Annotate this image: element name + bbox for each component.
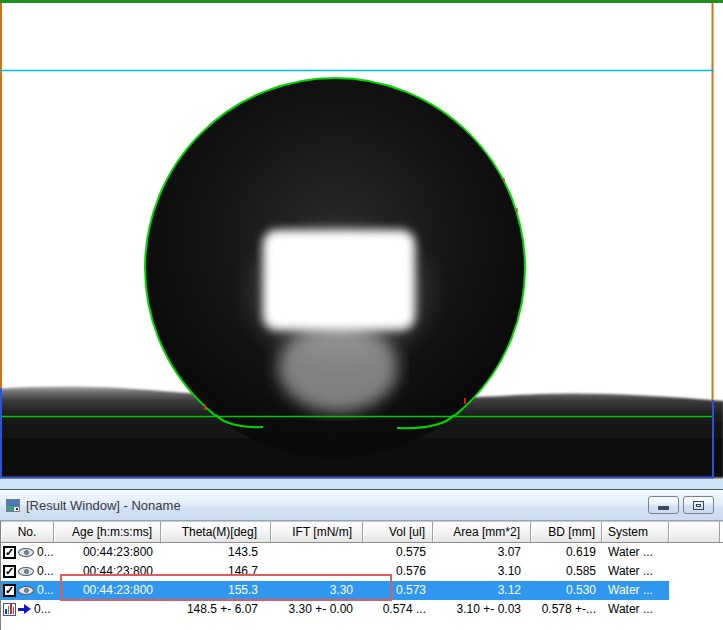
table-row-selected[interactable]: ✓ 0... 00:44:23:800 155.3 3.30 0.573 3.1…	[1, 581, 669, 600]
bd-cell: 0.578 +-...	[531, 600, 602, 619]
window-frame-gap	[0, 479, 723, 490]
drop-image-view	[0, 0, 723, 479]
window-title: [Result Window] - Noname	[26, 498, 181, 513]
age-cell: 00:44:23:800	[54, 543, 161, 562]
vol-cell: 0.574 ...	[363, 600, 433, 619]
drop-image	[0, 0, 723, 479]
table-header-row: No. Age [h:m:s:ms] Theta(M)[deg] IFT [mN…	[1, 521, 723, 543]
table-row[interactable]: ✓ 0... 00:44:23:800 143.5 0.575 3.07 0.6…	[1, 543, 669, 562]
result-window-titlebar: [Result Window] - Noname	[0, 490, 723, 521]
theta-cell: 148.5 +- 6.07	[161, 600, 271, 619]
area-cell: 3.12	[433, 581, 531, 600]
vol-cell: 0.575	[363, 543, 433, 562]
red-speck	[516, 208, 518, 212]
system-cell: Water ...	[602, 600, 669, 619]
vol-cell: 0.573	[363, 581, 433, 600]
ift-cell: 3.30 +- 0.00	[271, 600, 363, 619]
bd-cell: 0.585	[531, 562, 602, 581]
header-filler	[669, 522, 720, 542]
window-controls	[648, 490, 714, 520]
age-cell: 00:44:23:800	[54, 562, 161, 581]
ift-cell	[271, 543, 363, 562]
header-system[interactable]: System	[602, 522, 669, 542]
header-vol[interactable]: Vol [ul]	[363, 522, 433, 542]
row-no-cell: 0...	[1, 600, 54, 619]
row-no-cell: ✓ 0...	[1, 543, 54, 562]
checkbox-checked[interactable]: ✓	[3, 584, 16, 597]
bd-cell: 0.619	[531, 543, 602, 562]
theta-cell: 155.3	[161, 581, 271, 600]
header-bd[interactable]: BD [mm]	[531, 522, 602, 542]
row-number: 0...	[37, 562, 54, 581]
header-age[interactable]: Age [h:m:s:ms]	[54, 522, 161, 542]
red-marker-left	[204, 404, 206, 410]
results-table: No. Age [h:m:s:ms] Theta(M)[deg] IFT [mN…	[0, 521, 723, 630]
drop-foot-glow	[278, 324, 398, 412]
table-row-statistics[interactable]: 0... 148.5 +- 6.07 3.30 +- 0.00 0.574 ..…	[1, 600, 669, 619]
roi-top-line	[0, 0, 723, 3]
restore-button[interactable]	[683, 496, 714, 514]
area-cell: 3.07	[433, 543, 531, 562]
vol-cell: 0.576	[363, 562, 433, 581]
area-cell: 3.10 +- 0.03	[433, 600, 531, 619]
eye-icon	[18, 586, 34, 595]
theta-cell: 143.5	[161, 543, 271, 562]
arrow-right-icon	[18, 604, 31, 615]
app-window: [Result Window] - Noname No. Age [h:m:s:…	[0, 0, 723, 630]
red-marker-right	[464, 398, 466, 404]
ift-cell: 3.30	[271, 581, 363, 600]
area-cell: 3.10	[433, 562, 531, 581]
drop-highlight	[263, 230, 415, 330]
row-number: 0...	[34, 600, 51, 619]
red-speck	[503, 178, 505, 182]
header-theta[interactable]: Theta(M)[deg]	[161, 522, 271, 542]
result-window: [Result Window] - Noname No. Age [h:m:s:…	[0, 490, 723, 630]
result-window-icon	[6, 499, 20, 512]
ift-cell	[271, 562, 363, 581]
row-number: 0...	[37, 543, 54, 562]
row-no-cell: ✓ 0...	[1, 581, 54, 600]
system-cell: Water ...	[602, 581, 669, 600]
table-row[interactable]: ✓ 0... 00:44:23:800 146.7 0.576 3.10 0.5…	[1, 562, 669, 581]
header-ift[interactable]: IFT [mN/m]	[271, 522, 363, 542]
system-cell: Water ...	[602, 543, 669, 562]
header-no[interactable]: No.	[1, 522, 54, 542]
restore-icon	[693, 501, 704, 510]
checkbox-checked[interactable]: ✓	[3, 546, 16, 559]
system-cell: Water ...	[602, 562, 669, 581]
age-cell: 00:44:23:800	[54, 581, 161, 600]
checkbox-checked[interactable]: ✓	[3, 565, 16, 578]
eye-icon	[18, 548, 34, 557]
theta-cell: 146.7	[161, 562, 271, 581]
row-number: 0...	[37, 581, 54, 600]
age-cell	[54, 600, 161, 619]
row-no-cell: ✓ 0...	[1, 562, 54, 581]
header-area[interactable]: Area [mm*2]	[433, 522, 531, 542]
minimize-button[interactable]	[648, 496, 679, 514]
bd-cell: 0.530	[531, 581, 602, 600]
eye-icon	[18, 567, 34, 576]
minimize-icon	[658, 506, 669, 510]
statistics-chart-icon	[3, 603, 16, 616]
